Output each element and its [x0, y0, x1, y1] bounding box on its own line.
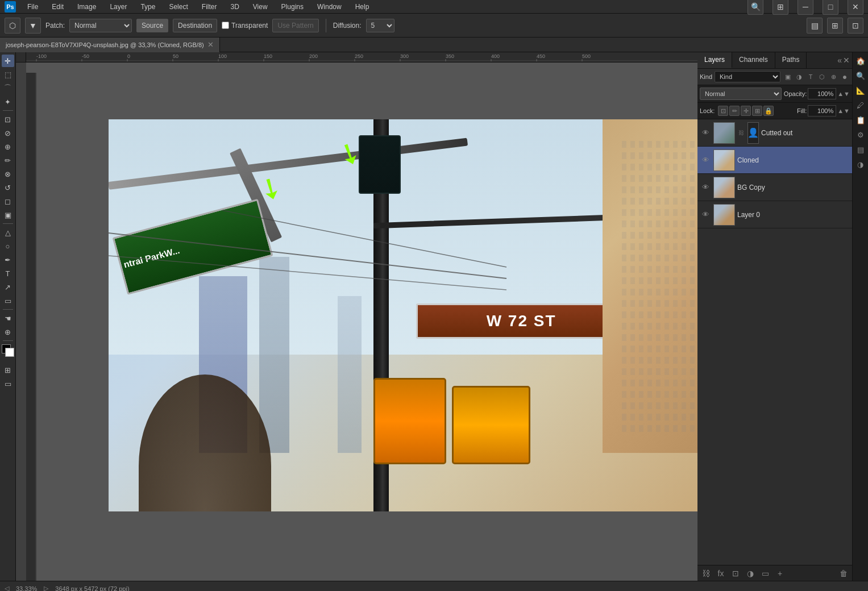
workspace-icon-btn[interactable]: ⊞: [773, 0, 788, 15]
lock-position-icon[interactable]: ✛: [741, 106, 751, 116]
pen-tool[interactable]: ✒: [2, 253, 14, 266]
layer-adjustment-btn[interactable]: ◑: [744, 567, 757, 580]
layer-row-cloned[interactable]: 👁 Cloned: [697, 147, 852, 174]
path-selection-tool[interactable]: ↗: [2, 281, 14, 293]
filter-type-icon[interactable]: T: [805, 72, 816, 82]
right-icon-7[interactable]: ▤: [854, 143, 867, 156]
menu-help[interactable]: Help: [353, 2, 372, 12]
layer-mask-btn[interactable]: ⊡: [729, 567, 742, 580]
filter-smart-icon[interactable]: ⊕: [828, 72, 838, 82]
lock-artboard-icon[interactable]: ⊞: [752, 106, 762, 116]
zoom-tool[interactable]: ⊕: [2, 326, 14, 338]
eyedropper-tool[interactable]: ⊘: [2, 127, 14, 139]
kind-dropdown[interactable]: Kind: [715, 71, 780, 82]
filter-color-icon[interactable]: ●: [840, 72, 850, 82]
menu-image[interactable]: Image: [75, 2, 98, 12]
file-tab-close-icon[interactable]: ✕: [207, 40, 214, 49]
shape-tool[interactable]: ▭: [2, 294, 14, 307]
arrange-icon-btn[interactable]: ⊡: [848, 18, 863, 34]
photo-canvas[interactable]: ntral ParkW... ➘ ➘ W 72 ST: [109, 119, 697, 511]
blend-mode-dropdown[interactable]: Normal Multiply Screen Overlay: [700, 88, 782, 100]
hand-tool[interactable]: ☚: [2, 312, 14, 324]
gradient-tool[interactable]: ▣: [2, 209, 14, 221]
menu-3d[interactable]: 3D: [228, 2, 241, 12]
right-icon-3[interactable]: 📐: [854, 84, 867, 97]
panel-collapse-icon[interactable]: «: [837, 56, 842, 65]
menu-file[interactable]: File: [25, 2, 40, 12]
tab-layers[interactable]: Layers: [697, 52, 732, 68]
close-icon-btn[interactable]: ✕: [848, 0, 863, 15]
menu-layer[interactable]: Layer: [107, 2, 129, 12]
magic-wand-tool[interactable]: ✦: [2, 95, 14, 108]
transparent-checkbox[interactable]: Transparent: [222, 22, 268, 30]
right-icon-8[interactable]: ◑: [854, 158, 867, 170]
brush-tool[interactable]: ✏: [2, 154, 14, 167]
menu-type[interactable]: Type: [138, 2, 157, 12]
right-icon-4[interactable]: 🖊: [854, 99, 867, 111]
lasso-tool[interactable]: ⌒: [2, 82, 14, 94]
layer-link-btn[interactable]: ⛓: [700, 567, 712, 580]
layer-row-bg-copy[interactable]: 👁 BG Copy: [697, 174, 852, 201]
menu-edit[interactable]: Edit: [49, 2, 66, 12]
layer-visibility-cutted-out[interactable]: 👁: [700, 127, 711, 139]
menu-select[interactable]: Select: [167, 2, 190, 12]
tab-paths[interactable]: Paths: [775, 52, 807, 68]
layers-icon-btn[interactable]: ▤: [807, 18, 823, 34]
layer-new-btn[interactable]: +: [774, 567, 786, 580]
layer-visibility-bg-copy[interactable]: 👁: [700, 182, 711, 193]
layer-visibility-cloned[interactable]: 👁: [700, 155, 711, 166]
right-icon-6[interactable]: ⚙: [854, 128, 867, 141]
layer-row-layer-0[interactable]: 👁 Layer 0: [697, 201, 852, 228]
right-icon-2[interactable]: 🔍: [854, 69, 867, 82]
crop-tool[interactable]: ⊡: [2, 113, 14, 126]
eraser-tool[interactable]: ◻: [2, 195, 14, 207]
canvas-content[interactable]: ntral ParkW... ➘ ➘ W 72 ST: [26, 63, 697, 581]
layer-row-cutted-out[interactable]: 👁 ⛓ 👤 Cutted out: [697, 119, 852, 147]
panel-close-icon[interactable]: ✕: [843, 56, 850, 65]
status-zoom-btn[interactable]: ◁: [5, 585, 9, 591]
layer-delete-btn[interactable]: 🗑: [837, 567, 850, 580]
lock-all-icon[interactable]: 🔒: [763, 106, 774, 116]
history-brush-tool[interactable]: ↺: [2, 181, 14, 194]
move-tool[interactable]: ✛: [2, 55, 14, 67]
layer-visibility-layer-0[interactable]: 👁: [700, 209, 711, 220]
color-picker[interactable]: [2, 344, 14, 360]
type-tool[interactable]: T: [2, 267, 14, 280]
selection-tool[interactable]: ⬚: [2, 68, 14, 81]
lock-paint-icon[interactable]: ✏: [729, 106, 740, 116]
patch-mode-dropdown[interactable]: Normal Content-Aware: [69, 19, 132, 32]
patch-options-icon[interactable]: ▼: [25, 18, 41, 34]
layer-group-btn[interactable]: ▭: [759, 567, 771, 580]
fill-stepper-icon[interactable]: ▲▼: [837, 107, 850, 114]
source-button[interactable]: Source: [136, 19, 168, 32]
healing-tool[interactable]: ⊕: [2, 140, 14, 153]
use-pattern-button[interactable]: Use Pattern: [272, 19, 318, 32]
lock-transparent-icon[interactable]: ⊡: [718, 106, 728, 116]
file-tab-item[interactable]: joseph-pearson-E8ToV7XIP4Q-unsplash.jpg …: [0, 38, 220, 52]
quick-mask-btn[interactable]: ⊞: [2, 364, 14, 376]
background-color[interactable]: [5, 348, 14, 357]
blur-tool[interactable]: △: [2, 226, 14, 239]
layer-fx-btn[interactable]: fx: [715, 567, 727, 580]
fill-input[interactable]: [808, 105, 836, 116]
destination-button[interactable]: Destination: [173, 19, 217, 32]
menu-window[interactable]: Window: [315, 2, 344, 12]
dodge-tool[interactable]: ○: [2, 240, 14, 252]
filter-shape-icon[interactable]: ⬡: [817, 72, 827, 82]
right-icon-5[interactable]: 📋: [854, 114, 867, 126]
filter-pixel-icon[interactable]: ▣: [783, 72, 793, 82]
menu-view[interactable]: View: [251, 2, 270, 12]
screen-mode-btn[interactable]: ▭: [2, 377, 14, 390]
menu-filter[interactable]: Filter: [200, 2, 219, 12]
opacity-input[interactable]: [808, 88, 836, 99]
properties-icon-btn[interactable]: ⊞: [827, 18, 843, 34]
tab-channels[interactable]: Channels: [732, 52, 775, 68]
maximize-icon-btn[interactable]: □: [823, 0, 838, 15]
menu-plugins[interactable]: Plugins: [279, 2, 306, 12]
search-icon-btn[interactable]: 🔍: [747, 0, 763, 15]
opacity-stepper-icon[interactable]: ▲▼: [837, 90, 850, 97]
minimize-icon-btn[interactable]: ─: [798, 0, 813, 15]
status-zoom-right-btn[interactable]: ▷: [44, 585, 48, 591]
filter-adjustment-icon[interactable]: ◑: [794, 72, 804, 82]
diffusion-dropdown[interactable]: 5 1 2 3 4 6 7: [366, 19, 394, 32]
